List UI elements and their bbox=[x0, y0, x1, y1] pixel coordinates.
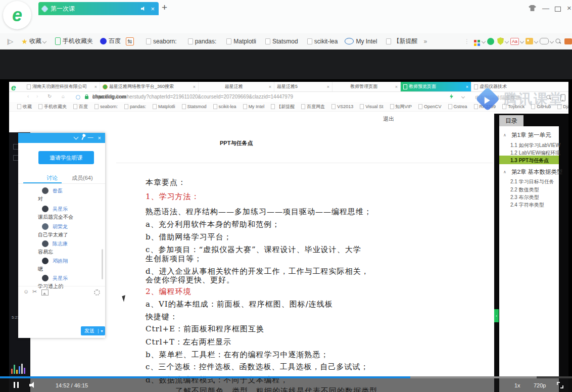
collapse-caret-icon[interactable]: ∧ bbox=[503, 133, 506, 137]
bookmark-zhihu[interactable]: 知 bbox=[126, 37, 134, 45]
chat-close-icon[interactable]: × bbox=[98, 135, 101, 141]
inner-bookmark-item: 手机收藏夹 bbox=[38, 104, 67, 110]
collapse-caret-icon[interactable]: ∧ bbox=[503, 170, 506, 174]
avatar bbox=[42, 240, 49, 247]
tab-audio-icon[interactable] bbox=[141, 6, 146, 11]
bookmark-sidebar-icon[interactable]: |▷ bbox=[7, 38, 13, 45]
browser-logo[interactable]: e bbox=[3, 1, 31, 29]
bookmark-item[interactable]: Matplotli bbox=[226, 38, 256, 45]
chapter-heading[interactable]: 第2章 基本数据类型 bbox=[511, 168, 563, 176]
volume-icon[interactable] bbox=[29, 381, 36, 390]
browser-tab[interactable]: 第一次课 × bbox=[38, 2, 159, 15]
message-sender: 吴星乐 bbox=[53, 275, 68, 282]
emoji-icon[interactable]: ☺ bbox=[23, 288, 29, 295]
bookmark-item[interactable]: Statsmod bbox=[265, 38, 298, 45]
playback-speed-button[interactable]: 1x bbox=[514, 382, 520, 388]
video-area[interactable]: e 湖南天功测控科技有限公司× 超星泛雅网络教学平台_360搜索× 超星泛雅× … bbox=[0, 79, 572, 392]
chat-minimize-icon[interactable]: — bbox=[88, 134, 93, 140]
intel-icon bbox=[345, 38, 354, 44]
new-tab-button[interactable]: + bbox=[162, 2, 167, 13]
chat-window: — × 邀请学生听课 讨论 成员(64) 昝磊 对 吴星乐 课后题完全不会 胡荣… bbox=[18, 133, 105, 338]
star-icon: ★ bbox=[21, 37, 28, 45]
screenshot-scissors-icon[interactable]: ✂ bbox=[32, 288, 37, 295]
chat-scrollbar[interactable] bbox=[102, 249, 103, 279]
outline-item[interactable]: 2.1 学习目标与任务 bbox=[510, 178, 554, 185]
inner-back-icon: ‹ bbox=[27, 93, 29, 99]
bookmark-notice[interactable]: 【新提醒 bbox=[386, 37, 417, 45]
inner-home-icon: ⌂ bbox=[62, 93, 65, 99]
bookmarks-overflow[interactable]: » bbox=[423, 38, 427, 45]
bookmark-baidu[interactable]: 百度 bbox=[100, 37, 121, 45]
inner-tab: 教师管理页面× bbox=[332, 82, 401, 91]
avatar bbox=[42, 187, 49, 194]
browser-logo-icon: e bbox=[12, 6, 22, 24]
player-bar: 14:52 / 46:15 1x 720p bbox=[0, 376, 572, 392]
outline-item[interactable]: 2.3 布尔类型 bbox=[510, 194, 539, 201]
slide-line: 会使你学得更快、更好。 bbox=[146, 275, 234, 285]
outline-item-active[interactable]: 1.3 PPT与任务点 bbox=[499, 156, 559, 164]
window-maximize-icon[interactable] bbox=[555, 7, 561, 12]
extension-briefcase-icon[interactable] bbox=[561, 38, 572, 44]
outline-title-tab[interactable]: 目录 bbox=[499, 115, 523, 126]
slide-line: Ctrl+T：左右两栏显示 bbox=[146, 337, 231, 347]
inner-browser-logo: e bbox=[11, 83, 16, 93]
bookmark-item[interactable]: seaborn: bbox=[146, 38, 177, 45]
extension-grid-icon[interactable] bbox=[474, 40, 481, 42]
outline-item[interactable]: 2.4 字符串类型 bbox=[510, 202, 544, 209]
chat-titlebar[interactable]: — × bbox=[18, 133, 105, 143]
extension-search-icon[interactable] bbox=[555, 38, 561, 44]
slide-line: 生创新项目等； bbox=[146, 254, 202, 264]
bookmark-favorites[interactable]: ★收藏 bbox=[21, 37, 48, 45]
fullscreen-icon[interactable] bbox=[557, 382, 563, 388]
slide-line: 熟悉语法、程序结构——多加练习——项目驱动——编程思维； bbox=[146, 207, 372, 217]
slide-line: 2、编程环境 bbox=[146, 287, 192, 297]
message-text: 自己学太难了 bbox=[38, 231, 68, 238]
window-close-icon[interactable]: × bbox=[567, 4, 571, 12]
outline-item[interactable]: 1.1 如何学习LabVIEW bbox=[510, 142, 560, 149]
inner-bookmark-item: Gstrea bbox=[448, 104, 467, 109]
page-icon bbox=[226, 38, 231, 44]
slide-line: 1、学习方法： bbox=[146, 192, 200, 202]
chat-collapse-icon[interactable] bbox=[73, 135, 78, 140]
extension-translate-icon[interactable]: Aa bbox=[510, 38, 519, 45]
extension-game-icon[interactable] bbox=[540, 38, 549, 44]
message-sender: 胡荣龙 bbox=[53, 223, 68, 230]
bookmark-item[interactable]: scikit-lea bbox=[307, 38, 338, 45]
send-dropdown-icon[interactable]: ▾ bbox=[98, 329, 105, 333]
outline-sidebar: 目录 ∧ 第1章 第一单元 1.1 如何学习LabVIEW 1.2 LabVIE… bbox=[494, 114, 568, 392]
mobile-icon bbox=[55, 37, 61, 45]
window-minimize-icon[interactable]: — bbox=[542, 4, 549, 12]
inner-bookmark-item: OpenCV bbox=[418, 104, 442, 109]
course-header: 目录 第一次课 ✓ 已报名 分享 用手机看 客户端上课 ··· ∨ 李婷 bbox=[0, 50, 572, 79]
watermark-text: 腾讯课堂 bbox=[503, 90, 564, 108]
send-button[interactable]: 发送 ▾ bbox=[81, 326, 105, 335]
invite-students-button[interactable]: 邀请学生听课 bbox=[38, 151, 94, 164]
bookmark-mobile-favorites[interactable]: 手机收藏夹 bbox=[55, 37, 93, 45]
sidebar-collapse-handle[interactable]: ‹ bbox=[494, 309, 499, 322]
tab-discussion[interactable]: 讨论 bbox=[46, 174, 58, 182]
tab-members[interactable]: 成员(64) bbox=[72, 174, 93, 182]
quality-button[interactable]: 720p bbox=[534, 382, 546, 388]
theme-skin-icon[interactable] bbox=[529, 5, 536, 11]
message-sender: 邓皓翔 bbox=[53, 258, 68, 265]
bookmark-item[interactable]: pandas: bbox=[188, 38, 217, 45]
screenshot-root: e 第一次课 × + — × ‹ › ↻ ⌂ 腾讯网 证 https://ke.… bbox=[0, 0, 572, 392]
settings-gear-icon[interactable] bbox=[94, 289, 100, 297]
inner-bookmark-item: seaborn: bbox=[94, 104, 118, 109]
slide-line: b、菜单栏、工具栏：在有的编程学习中逐渐熟悉； bbox=[146, 350, 329, 360]
inner-forward-icon: › bbox=[36, 93, 38, 99]
extension-reader-icon[interactable] bbox=[487, 38, 494, 45]
tab-close-icon[interactable]: × bbox=[151, 5, 155, 13]
outline-item[interactable]: 2.2 数值类型 bbox=[510, 186, 539, 193]
pause-button[interactable] bbox=[14, 382, 15, 388]
image-icon[interactable] bbox=[41, 289, 49, 297]
bookmark-intel[interactable]: My Intel bbox=[345, 38, 377, 45]
chapter-heading[interactable]: 第1章 第一单元 bbox=[511, 131, 551, 139]
extension-shield-icon[interactable] bbox=[497, 37, 504, 45]
slide-line: c、参加项目：“虚拟仪器大赛”、课程设计、毕业设计、大学 bbox=[146, 245, 361, 255]
chat-pin-icon[interactable] bbox=[81, 136, 84, 140]
inner-tab: 湖南天功测控科技有限公司× bbox=[24, 82, 100, 91]
inner-tab: 超星泛雅× bbox=[199, 82, 274, 91]
message-text: 容易忘 bbox=[38, 249, 53, 256]
extension-capture-icon[interactable] bbox=[526, 38, 533, 44]
